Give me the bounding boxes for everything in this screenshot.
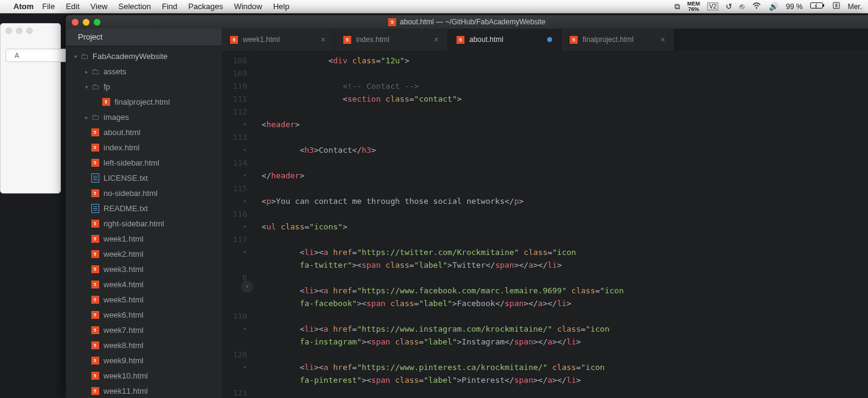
tree-file-license[interactable]: LICENSE.txt bbox=[66, 170, 222, 186]
html-icon: 5 bbox=[90, 158, 100, 168]
html-icon: 5 bbox=[90, 386, 100, 396]
spotlight-icon[interactable] bbox=[832, 1, 841, 12]
html-icon: 5 bbox=[457, 36, 464, 44]
tree-file-about[interactable]: 5about.html bbox=[66, 125, 222, 140]
folder-icon: 🗀 bbox=[90, 67, 100, 77]
html-icon: 5 bbox=[388, 18, 396, 26]
html-icon: 5 bbox=[570, 36, 578, 44]
tree-file-week6[interactable]: 5week6.html bbox=[66, 307, 222, 323]
tree-file-week5[interactable]: 5week5.html bbox=[66, 292, 222, 307]
tab-week1[interactable]: 5 week1.html × bbox=[222, 29, 335, 51]
menu-help[interactable]: Help bbox=[273, 2, 290, 11]
window-minimize-button[interactable] bbox=[83, 19, 89, 26]
menu-packages[interactable]: Packages bbox=[188, 2, 223, 11]
html-icon: 5 bbox=[230, 36, 238, 44]
html-icon: 5 bbox=[90, 219, 100, 229]
tree-file-week3[interactable]: 5week3.html bbox=[66, 262, 222, 277]
tree-folder-images[interactable]: ▸ 🗀 images bbox=[66, 110, 222, 125]
memory-indicator[interactable]: MEM 76% bbox=[687, 1, 700, 12]
atom-window: 5 about.html — ~/GitHub/FabAcademyWebsit… bbox=[66, 15, 868, 398]
txt-icon bbox=[90, 173, 100, 183]
menu-find[interactable]: Find bbox=[162, 2, 177, 11]
chevron-down-icon[interactable]: ▾ bbox=[72, 54, 79, 60]
tree-file-week10[interactable]: 5week10.html bbox=[66, 368, 222, 383]
html-icon: 5 bbox=[343, 36, 351, 44]
line-numbers: 108 109 110 111 112 • 113 • 114 • 115 • … bbox=[222, 51, 252, 398]
menu-edit[interactable]: Edit bbox=[66, 2, 79, 11]
tab-bar[interactable]: 5 week1.html × 5 index.html × 5 about.ht… bbox=[222, 29, 868, 51]
tree-file-week2[interactable]: 5week2.html bbox=[66, 246, 222, 262]
volume-icon[interactable]: 🔊 bbox=[769, 2, 779, 11]
tree-file-week4[interactable]: 5week4.html bbox=[66, 277, 222, 292]
editor-body[interactable]: 108 109 110 111 112 • 113 • 114 • 115 • … bbox=[222, 51, 868, 398]
file-tree[interactable]: ▾ 🗀 FabAcademyWebsite ▸ 🗀 assets ▾ 🗀 fp bbox=[66, 46, 222, 398]
tree-file-rightsidebar[interactable]: 5right-sidebar.html bbox=[66, 216, 222, 231]
tree-file-index[interactable]: 5index.html bbox=[66, 140, 222, 155]
svg-rect-2 bbox=[823, 4, 824, 7]
tab-finalproject[interactable]: 5 finalproject.html × bbox=[561, 29, 674, 51]
tree-folder-fp[interactable]: ▾ 🗀 fp bbox=[66, 79, 222, 94]
close-icon[interactable]: × bbox=[434, 35, 439, 44]
menu-view[interactable]: View bbox=[91, 2, 108, 11]
project-sidebar[interactable]: Project ▾ 🗀 FabAcademyWebsite ▸ 🗀 assets… bbox=[66, 29, 222, 398]
window-title: about.html — ~/GitHub/FabAcademyWebsite bbox=[400, 18, 546, 26]
menubar-app-name[interactable]: Atom bbox=[13, 2, 33, 11]
editor-area: 5 week1.html × 5 index.html × 5 about.ht… bbox=[222, 29, 868, 398]
html-icon: 5 bbox=[90, 189, 100, 198]
battery-icon[interactable] bbox=[810, 2, 825, 11]
html-icon: 5 bbox=[90, 128, 100, 138]
tree-folder-assets[interactable]: ▸ 🗀 assets bbox=[66, 64, 222, 79]
html-icon: 5 bbox=[90, 326, 100, 335]
html-icon: 5 bbox=[90, 310, 100, 320]
tree-file-week8[interactable]: 5week8.html bbox=[66, 338, 222, 353]
mac-menubar: Atom File Edit View Selection Find Packa… bbox=[0, 0, 868, 13]
menu-window[interactable]: Window bbox=[234, 2, 262, 11]
html-icon: 5 bbox=[90, 143, 100, 153]
timemachine-icon[interactable]: ↺ bbox=[726, 2, 732, 11]
html-icon: 5 bbox=[90, 295, 100, 305]
svg-point-0 bbox=[756, 7, 757, 9]
html-icon: 5 bbox=[90, 356, 100, 366]
tree-file-nosidebar[interactable]: 5no-sidebar.html bbox=[66, 186, 222, 201]
fold-toggle-icon[interactable]: ‹ bbox=[241, 281, 253, 293]
airplay-icon[interactable]: ⎋ bbox=[740, 2, 744, 11]
folder-icon: 🗀 bbox=[90, 113, 100, 122]
html-icon: 5 bbox=[90, 234, 100, 244]
tab-index[interactable]: 5 index.html × bbox=[335, 29, 448, 51]
code-content[interactable]: ‹ <div class="12u"> <!-- Contact --> <se… bbox=[252, 51, 868, 398]
background-window: A G M bbox=[0, 23, 61, 194]
tab-about[interactable]: 5 about.html bbox=[448, 29, 561, 51]
battery-percent[interactable]: 99 % bbox=[786, 2, 802, 11]
menubar-date[interactable]: Mer. bbox=[848, 2, 862, 11]
menu-selection[interactable]: Selection bbox=[119, 2, 151, 11]
folder-icon: 🗀 bbox=[79, 52, 89, 61]
window-close-button[interactable] bbox=[72, 19, 79, 26]
tree-root[interactable]: ▾ 🗀 FabAcademyWebsite bbox=[66, 49, 222, 64]
tree-file-readme[interactable]: README.txt bbox=[66, 201, 222, 216]
html-icon: 5 bbox=[101, 97, 111, 107]
chevron-right-icon[interactable]: ▸ bbox=[83, 69, 90, 75]
html-icon: 5 bbox=[90, 265, 100, 274]
dropbox-icon[interactable]: ⧉ bbox=[674, 2, 680, 12]
html-icon: 5 bbox=[90, 341, 100, 351]
txt-icon bbox=[90, 204, 100, 214]
close-icon[interactable]: × bbox=[321, 35, 326, 44]
vnc-icon[interactable]: V2 bbox=[707, 2, 718, 10]
tree-file-leftsidebar[interactable]: 5left-sidebar.html bbox=[66, 155, 222, 170]
window-titlebar[interactable]: 5 about.html — ~/GitHub/FabAcademyWebsit… bbox=[66, 15, 868, 29]
html-icon: 5 bbox=[90, 280, 100, 290]
tree-file-week9[interactable]: 5week9.html bbox=[66, 353, 222, 368]
tree-file-finalproject[interactable]: 5 finalproject.html bbox=[66, 94, 222, 110]
window-maximize-button[interactable] bbox=[94, 19, 100, 26]
folder-icon: 🗀 bbox=[90, 82, 100, 92]
tree-file-week7[interactable]: 5week7.html bbox=[66, 323, 222, 338]
chevron-right-icon[interactable]: ▸ bbox=[83, 114, 90, 120]
modified-indicator-icon[interactable] bbox=[547, 37, 552, 42]
wifi-icon[interactable] bbox=[752, 2, 761, 11]
tree-file-week11[interactable]: 5week11.html bbox=[66, 383, 222, 398]
sidebar-header: Project bbox=[66, 29, 222, 46]
chevron-down-icon[interactable]: ▾ bbox=[83, 84, 90, 90]
menu-file[interactable]: File bbox=[42, 2, 55, 11]
close-icon[interactable]: × bbox=[660, 35, 665, 44]
tree-file-week1[interactable]: 5week1.html bbox=[66, 231, 222, 246]
